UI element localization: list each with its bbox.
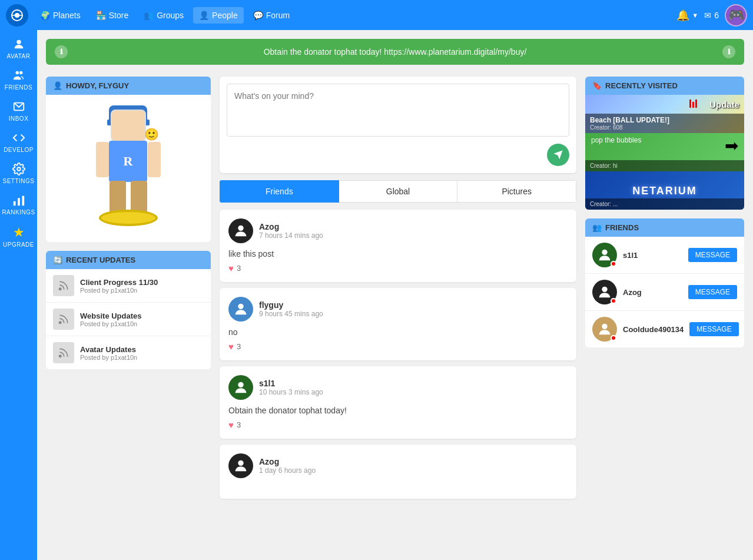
promo-banner: ℹ Obtain the donator tophat today! https… [46, 39, 744, 65]
feed-user-info-4: Azog 1 day 6 hours ago [259, 457, 316, 475]
svg-point-15 [238, 304, 243, 309]
svg-point-5 [19, 71, 22, 75]
friend-message-btn-3[interactable]: MESSAGE [689, 322, 738, 336]
feed-post-1: Azog 7 hours 14 mins ago like this post … [220, 210, 576, 282]
online-dot-1 [611, 261, 616, 267]
inbox-icon [12, 100, 25, 114]
feed-likes-3: ♥ 3 [228, 420, 568, 430]
avatar-right-leg [131, 181, 147, 213]
feed-post-header-3: s1l1 10 hours 3 mins ago [228, 375, 568, 400]
friend-info-2: Azog [623, 288, 682, 297]
nav-groups[interactable]: 👥 Groups [138, 7, 190, 24]
svg-point-16 [238, 382, 243, 387]
tab-friends[interactable]: Friends [220, 180, 339, 203]
messages-button[interactable]: ✉ 6 [704, 11, 719, 20]
middle-column: Friends Global Pictures Azog 7 hours 14 … [220, 77, 576, 505]
sidebar-item-upgrade[interactable]: ★ UPGRADE [0, 220, 37, 253]
friend-message-btn-1[interactable]: MESSAGE [688, 248, 737, 262]
feed-avatar-1[interactable] [228, 218, 253, 243]
nav-right: 🔔 ▼ ✉ 6 🎮 [676, 4, 747, 26]
update-item-1[interactable]: Client Progress 11/30 Posted by p1xat10n [46, 269, 211, 303]
sidebar-item-rankings[interactable]: RANKINGS [0, 189, 37, 220]
nav-store[interactable]: 🏪 Store [90, 7, 134, 24]
howdy-header: 👤 HOWDY, FLYGUY [46, 77, 211, 95]
sidebar-item-develop[interactable]: DEVELOP [0, 127, 37, 158]
tab-pictures[interactable]: Pictures [457, 180, 576, 203]
sidebar-item-settings[interactable]: SETTINGS [0, 158, 37, 189]
heart-icon-3[interactable]: ♥ [228, 420, 234, 430]
avatar-face: 🙂 [144, 127, 159, 141]
message-icon: ✉ [704, 11, 711, 20]
sidebar-item-avatar[interactable]: AVATAR [0, 33, 37, 64]
update-text-2: Website Updates Posted by p1xat10n [80, 312, 142, 327]
right-column: 🔖 RECENTLY VISITED Update Beach [BALL UP… [585, 77, 744, 505]
main-content: ℹ Obtain the donator tophat today! https… [37, 30, 753, 513]
notifications-bell[interactable]: 🔔 ▼ [676, 9, 698, 22]
avatar-left-leg [110, 181, 126, 213]
avatar-right-arm [148, 142, 161, 177]
nav-forum[interactable]: 💬 Forum [247, 7, 296, 24]
svg-point-18 [602, 250, 607, 255]
update-item-3[interactable]: Avatar Updates Posted by p1xat10n [46, 336, 211, 369]
feed-user-info-1: Azog 7 hours 14 mins ago [259, 222, 323, 240]
vis-update-label: Update [709, 100, 739, 110]
tab-global[interactable]: Global [339, 180, 458, 203]
post-submit-button[interactable] [547, 144, 569, 166]
svg-rect-10 [22, 196, 24, 206]
svg-point-11 [59, 287, 62, 290]
update-text-3: Avatar Updates Posted by p1xat10n [80, 345, 137, 361]
avatar-left-arm [96, 142, 109, 177]
friend-message-btn-2[interactable]: MESSAGE [688, 285, 737, 299]
avatar-body-logo: R [124, 154, 133, 169]
logo[interactable] [6, 4, 28, 26]
content-grid: 👤 HOWDY, FLYGUY 🙂 R [46, 77, 744, 505]
feed-likes-1: ♥ 3 [228, 263, 568, 273]
nav-items: 🌍 Planets 🏪 Store 👥 Groups 👤 People 💬 Fo… [34, 7, 676, 24]
people-icon: 👤 [199, 11, 209, 20]
visited-item-1[interactable]: Update Beach [BALL UPDATE!] Creator: 608 [585, 95, 744, 133]
post-textarea[interactable] [227, 84, 569, 137]
recent-updates-header: 🔄 RECENT UPDATES [46, 251, 211, 269]
svg-point-13 [59, 354, 62, 357]
svg-point-4 [15, 71, 19, 75]
friends-section-icon: 👥 [592, 223, 602, 232]
feed-content-3: Obtain the donator tophat today! [228, 406, 568, 415]
svg-rect-9 [18, 198, 20, 206]
friends-icon [12, 69, 25, 83]
nav-planets[interactable]: 🌍 Planets [34, 7, 87, 24]
feed-content-1: like this post [228, 249, 568, 259]
svg-point-3 [16, 40, 21, 44]
feed-avatar-2[interactable] [228, 297, 253, 322]
feed-post-4: Azog 1 day 6 hours ago [220, 445, 576, 499]
visited-item-3[interactable]: NETARIUM Creator: ... [585, 171, 744, 210]
feed-avatar-4[interactable] [228, 453, 253, 478]
groups-icon: 👥 [144, 11, 154, 20]
friends-card: 👥 FRIENDS s1l1 MESSAGE [585, 218, 744, 347]
visited-item-2[interactable]: ➡ pop the bubbles Creator: hi [585, 133, 744, 171]
banner-icon-left: ℹ [55, 45, 68, 58]
update-text-1: Client Progress 11/30 Posted by p1xat10n [80, 278, 158, 294]
feed-user-info-2: flyguy 9 hours 45 mins ago [259, 300, 323, 318]
sidebar-item-inbox[interactable]: INBOX [0, 95, 37, 127]
avatar-head: 🙂 [111, 110, 146, 142]
feed-avatar-3[interactable] [228, 375, 253, 400]
feed-post-3: s1l1 10 hours 3 mins ago Obtain the dona… [220, 366, 576, 439]
svg-point-19 [602, 287, 607, 292]
online-dot-3 [611, 335, 616, 341]
svg-point-20 [602, 324, 607, 329]
recent-updates-card: 🔄 RECENT UPDATES Client Progress 11/30 P… [46, 251, 211, 369]
banner-link[interactable]: https://www.planetarium.digital/my/buy/ [384, 47, 526, 57]
banner-icon-right: ℹ [722, 45, 735, 58]
sidebar-item-friends[interactable]: FRIENDS [0, 64, 37, 95]
user-avatar-top[interactable]: 🎮 [725, 4, 747, 26]
friend-item-3: Cooldude490134 MESSAGE [585, 311, 744, 347]
feed-post-header-4: Azog 1 day 6 hours ago [228, 453, 568, 478]
bell-icon: 🔔 [676, 9, 689, 22]
feed-likes-2: ♥ 3 [228, 342, 568, 352]
update-item-2[interactable]: Website Updates Posted by p1xat10n [46, 303, 211, 336]
heart-icon-1[interactable]: ♥ [228, 263, 234, 273]
nav-people[interactable]: 👤 People [193, 7, 244, 24]
feed-user-info-3: s1l1 10 hours 3 mins ago [259, 379, 323, 396]
visited-item-overlay-3: Creator: ... [585, 198, 744, 210]
heart-icon-2[interactable]: ♥ [228, 342, 234, 352]
